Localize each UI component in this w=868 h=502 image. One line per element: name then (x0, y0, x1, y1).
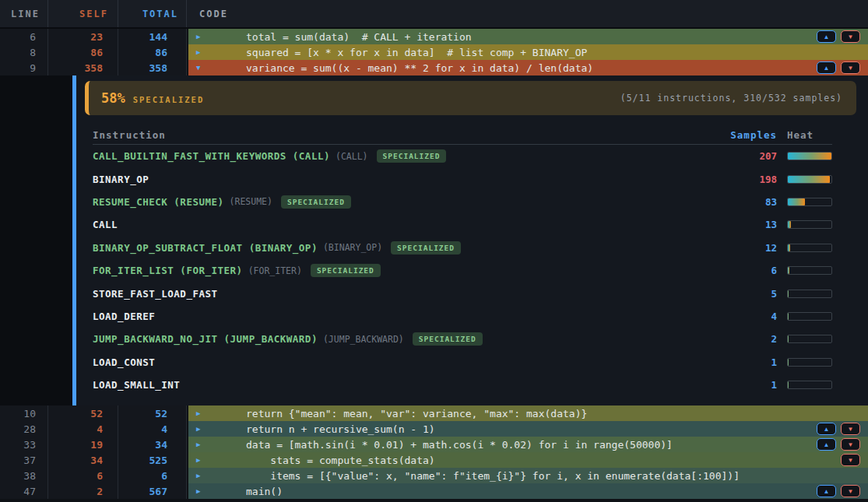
specialization-panel: 58% SPECIALIZED (5/11 instructions, 310/… (0, 75, 868, 405)
instruction-name-group: LOAD_DEREF (93, 311, 684, 322)
self-samples: 86 (48, 44, 118, 60)
profiler-app: LINE SELF TOTAL CODE 6 23 144 ▶ total = … (0, 0, 868, 502)
line-number: 9 (0, 60, 48, 75)
self-samples: 358 (48, 60, 118, 75)
column-header-code: CODE (187, 0, 868, 27)
line-number: 47 (0, 483, 48, 499)
line-number: 28 (0, 421, 48, 437)
instruction-row: LOAD_CONST 1 (93, 351, 832, 374)
code-line-row[interactable]: 47 2 567 ▶ main() ▲ ▼ (0, 483, 868, 499)
code-line-row[interactable]: 8 86 86 ▶ squared = [x * x for x in data… (0, 44, 868, 60)
expand-caret-icon[interactable]: ▶ (196, 33, 206, 40)
specialized-badge: SPECIALIZED (413, 332, 483, 346)
code-line-row[interactable]: 37 34 525 ▶ stats = compute_stats(data) … (0, 452, 868, 468)
instruction-samples: 5 (684, 288, 777, 300)
code-cell: ▶ return n + recursive_sum(n - 1) ▲ ▼ (188, 421, 868, 437)
total-samples: 52 (118, 405, 187, 421)
total-samples: 6 (118, 468, 187, 483)
expand-caret-icon[interactable]: ▶ (196, 487, 206, 495)
heat-bar-fill (788, 198, 805, 205)
instruction-samples: 13 (684, 219, 777, 230)
code-line-row[interactable]: 10 52 52 ▶ return {"mean": mean, "var": … (0, 405, 868, 421)
instruction-name: FOR_ITER_LIST (FOR_ITER) (93, 265, 243, 276)
instruction-row: RESUME_CHECK (RESUME) (RESUME) SPECIALIZ… (93, 191, 832, 213)
instruction-samples: 1 (684, 356, 777, 368)
heat-bar-fill (788, 290, 789, 297)
self-samples: 19 (48, 437, 118, 452)
instruction-name: CALL_BUILTIN_FAST_WITH_KEYWORDS (CALL) (93, 150, 330, 162)
specialized-badge: SPECIALIZED (391, 241, 461, 255)
instruction-name-group: RESUME_CHECK (RESUME) (RESUME) SPECIALIZ… (93, 195, 684, 209)
expand-caret-icon[interactable]: ▶ (196, 441, 206, 448)
heat-bar-track (787, 220, 832, 229)
move-down-button[interactable]: ▼ (841, 438, 860, 451)
self-samples: 2 (48, 483, 118, 499)
self-samples: 6 (48, 468, 118, 483)
instruction-samples: 198 (684, 174, 777, 185)
specialized-badge: SPECIALIZED (311, 264, 381, 277)
expand-caret-icon[interactable]: ▶ (196, 456, 206, 464)
instruction-row: STORE_FAST_LOAD_FAST 5 (93, 282, 832, 304)
instruction-name-group: CALL (93, 219, 684, 230)
expand-caret-icon[interactable]: ▶ (196, 48, 206, 56)
instruction-row: FOR_ITER_LIST (FOR_ITER) (FOR_ITER) SPEC… (93, 259, 832, 282)
move-down-button[interactable]: ▼ (841, 423, 860, 435)
down-arrow-icon: ▼ (848, 65, 854, 72)
expand-caret-icon[interactable]: ▶ (196, 425, 206, 433)
specialized-badge: SPECIALIZED (377, 149, 447, 163)
heat-bar-fill (788, 244, 790, 251)
code-cell: ▼ variance = sum((x - mean) ** 2 for x i… (188, 60, 868, 75)
instruction-samples: 83 (684, 196, 777, 208)
heat-bar-fill (788, 221, 791, 228)
instruction-row: JUMP_BACKWARD_NO_JIT (JUMP_BACKWARD) (JU… (93, 328, 832, 350)
code-line-row[interactable]: 28 4 4 ▶ return n + recursive_sum(n - 1)… (0, 421, 868, 437)
instruction-name-group: LOAD_SMALL_INT (93, 379, 684, 391)
heat-bar-fill (788, 335, 789, 342)
up-arrow-icon: ▲ (824, 65, 830, 72)
instruction-name-group: JUMP_BACKWARD_NO_JIT (JUMP_BACKWARD) (JU… (93, 332, 684, 346)
move-up-button[interactable]: ▲ (817, 438, 836, 451)
heat-bar-fill (788, 381, 789, 388)
move-down-button[interactable]: ▼ (841, 30, 860, 43)
instruction-row: CALL_BUILTIN_FAST_WITH_KEYWORDS (CALL) (… (93, 145, 832, 167)
instruction-name: BINARY_OP_SUBTRACT_FLOAT (BINARY_OP) (93, 242, 318, 254)
total-samples: 358 (118, 60, 187, 75)
self-samples: 34 (48, 452, 118, 468)
code-text: main() (246, 486, 283, 497)
expand-caret-icon[interactable]: ▼ (196, 64, 206, 72)
self-samples: 4 (48, 421, 118, 437)
column-header-self: SELF (48, 0, 118, 27)
instruction-row: BINARY_OP_SUBTRACT_FLOAT (BINARY_OP) (BI… (93, 237, 832, 259)
expand-caret-icon[interactable]: ▶ (196, 472, 206, 479)
instruction-name-group: FOR_ITER_LIST (FOR_ITER) (FOR_ITER) SPEC… (93, 264, 684, 277)
code-cell: ▶ squared = [x * x for x in data] # list… (188, 44, 868, 60)
panel-body: 58% SPECIALIZED (5/11 instructions, 310/… (72, 75, 868, 405)
total-samples: 86 (118, 44, 187, 60)
move-up-button[interactable]: ▲ (817, 30, 836, 43)
line-number: 37 (0, 452, 48, 468)
move-up-button[interactable]: ▲ (817, 485, 836, 497)
instruction-name-group: BINARY_OP_SUBTRACT_FLOAT (BINARY_OP) (BI… (93, 241, 684, 255)
heat-bar-track (787, 152, 832, 160)
instruction-alias: (CALL) (336, 151, 368, 162)
expand-caret-icon[interactable]: ▶ (196, 409, 206, 417)
up-arrow-icon: ▲ (824, 426, 830, 433)
move-up-button[interactable]: ▲ (817, 423, 836, 435)
code-line-row[interactable]: 9 358 358 ▼ variance = sum((x - mean) **… (0, 60, 868, 75)
move-down-button[interactable]: ▼ (841, 454, 860, 466)
move-up-button[interactable]: ▲ (817, 61, 836, 74)
code-line-row[interactable]: 33 19 34 ▶ data = [math.sin(i * 0.01) + … (0, 437, 868, 452)
column-header-total: TOTAL (118, 0, 187, 27)
code-line-row[interactable]: 6 23 144 ▶ total = sum(data) # CALL + it… (0, 29, 868, 44)
code-line-row[interactable]: 38 6 6 ▶ items = [{"value": x, "name": f… (0, 468, 868, 483)
heat-bar-fill (788, 313, 789, 320)
code-cell: ▶ main() ▲ ▼ (188, 483, 868, 499)
instruction-samples: 1 (684, 379, 777, 391)
instruction-samples: 207 (684, 150, 777, 162)
instruction-alias: (FOR_ITER) (248, 265, 302, 276)
move-down-button[interactable]: ▼ (841, 485, 860, 497)
instruction-alias: (BINARY_OP) (323, 242, 382, 253)
instruction-name-group: CALL_BUILTIN_FAST_WITH_KEYWORDS (CALL) (… (93, 149, 684, 163)
code-cell: ▶ items = [{"value": x, "name": f"item_{… (188, 468, 868, 483)
move-down-button[interactable]: ▼ (841, 61, 860, 74)
